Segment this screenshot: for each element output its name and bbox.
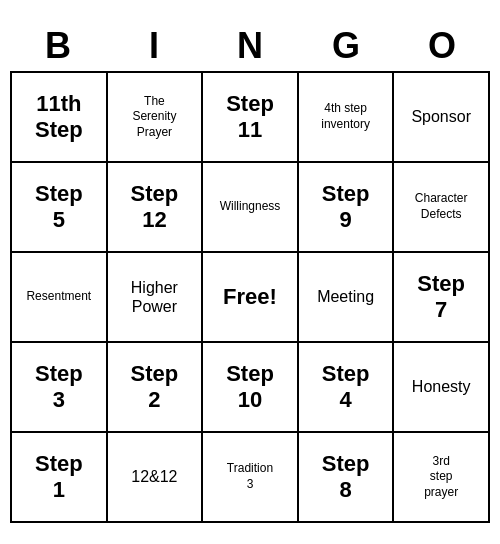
cell-text-6: Step 12 (131, 181, 179, 234)
bingo-cell-1: The Serenity Prayer (108, 73, 204, 163)
bingo-cell-7: Willingness (203, 163, 299, 253)
bingo-cell-8: Step 9 (299, 163, 395, 253)
bingo-cell-22: Tradition 3 (203, 433, 299, 523)
header-letter-I: I (106, 21, 202, 71)
cell-text-24: 3rd step prayer (424, 454, 458, 501)
bingo-cell-5: Step 5 (12, 163, 108, 253)
cell-text-18: Step 4 (322, 361, 370, 414)
cell-text-2: Step 11 (226, 91, 274, 144)
cell-text-3: 4th step inventory (321, 101, 370, 132)
cell-text-7: Willingness (220, 199, 281, 215)
cell-text-0: 11th Step (35, 91, 83, 144)
cell-text-13: Meeting (317, 287, 374, 306)
bingo-cell-21: 12&12 (108, 433, 204, 523)
bingo-cell-2: Step 11 (203, 73, 299, 163)
cell-text-5: Step 5 (35, 181, 83, 234)
cell-text-23: Step 8 (322, 451, 370, 504)
cell-text-21: 12&12 (131, 467, 177, 486)
bingo-cell-10: Resentment (12, 253, 108, 343)
cell-text-14: Step 7 (417, 271, 465, 324)
cell-text-22: Tradition 3 (227, 461, 273, 492)
cell-text-17: Step 10 (226, 361, 274, 414)
cell-text-19: Honesty (412, 377, 471, 396)
bingo-cell-23: Step 8 (299, 433, 395, 523)
bingo-cell-16: Step 2 (108, 343, 204, 433)
bingo-cell-9: Character Defects (394, 163, 490, 253)
cell-text-9: Character Defects (415, 191, 468, 222)
bingo-cell-12: Free! (203, 253, 299, 343)
bingo-cell-13: Meeting (299, 253, 395, 343)
cell-text-10: Resentment (26, 289, 91, 305)
cell-text-15: Step 3 (35, 361, 83, 414)
cell-text-8: Step 9 (322, 181, 370, 234)
bingo-cell-24: 3rd step prayer (394, 433, 490, 523)
cell-text-16: Step 2 (131, 361, 179, 414)
header-letter-O: O (394, 21, 490, 71)
bingo-cell-20: Step 1 (12, 433, 108, 523)
bingo-grid: 11th StepThe Serenity PrayerStep 114th s… (10, 71, 490, 523)
cell-text-11: Higher Power (131, 278, 178, 316)
bingo-cell-18: Step 4 (299, 343, 395, 433)
bingo-cell-6: Step 12 (108, 163, 204, 253)
bingo-cell-0: 11th Step (12, 73, 108, 163)
header-letter-N: N (202, 21, 298, 71)
bingo-header: BINGO (10, 21, 490, 71)
cell-text-20: Step 1 (35, 451, 83, 504)
cell-text-1: The Serenity Prayer (132, 94, 176, 141)
cell-text-4: Sponsor (411, 107, 471, 126)
cell-text-12: Free! (223, 284, 277, 310)
bingo-cell-19: Honesty (394, 343, 490, 433)
header-letter-B: B (10, 21, 106, 71)
bingo-cell-4: Sponsor (394, 73, 490, 163)
bingo-cell-11: Higher Power (108, 253, 204, 343)
bingo-cell-3: 4th step inventory (299, 73, 395, 163)
bingo-cell-14: Step 7 (394, 253, 490, 343)
bingo-cell-15: Step 3 (12, 343, 108, 433)
header-letter-G: G (298, 21, 394, 71)
bingo-card: BINGO 11th StepThe Serenity PrayerStep 1… (10, 21, 490, 523)
bingo-cell-17: Step 10 (203, 343, 299, 433)
